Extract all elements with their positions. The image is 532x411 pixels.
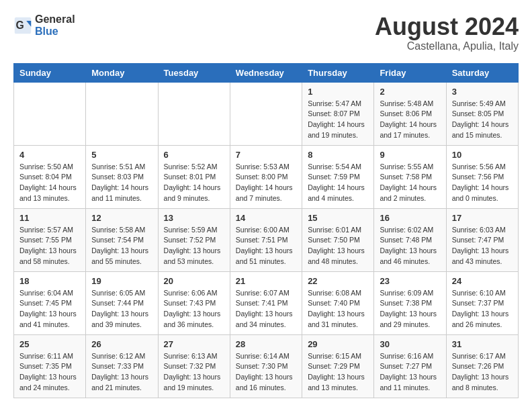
day-number: 4 <box>19 150 80 160</box>
calendar-cell: 19 Sunrise: 6:05 AMSunset: 7:44 PMDaylig… <box>86 271 158 334</box>
logo-icon: G <box>13 16 32 35</box>
day-info: Sunrise: 6:13 AMSunset: 7:32 PMDaylight:… <box>164 351 224 394</box>
calendar-cell: 30 Sunrise: 6:16 AMSunset: 7:27 PMDaylig… <box>374 334 446 398</box>
day-header-sunday: Sunday <box>14 63 86 82</box>
day-info: Sunrise: 5:54 AMSunset: 7:59 PMDaylight:… <box>308 162 368 204</box>
day-number: 28 <box>236 339 296 349</box>
day-number: 16 <box>380 213 440 223</box>
logo-general: General <box>35 13 75 25</box>
day-number: 19 <box>91 276 152 286</box>
calendar-cell: 3 Sunrise: 5:49 AMSunset: 8:05 PMDayligh… <box>446 82 518 145</box>
day-number: 22 <box>308 276 368 286</box>
day-number: 18 <box>19 276 80 286</box>
calendar-cell: 27 Sunrise: 6:13 AMSunset: 7:32 PMDaylig… <box>158 334 230 398</box>
calendar-cell: 22 Sunrise: 6:08 AMSunset: 7:40 PMDaylig… <box>302 271 374 334</box>
calendar-table: SundayMondayTuesdayWednesdayThursdayFrid… <box>13 63 519 398</box>
day-number: 14 <box>236 213 296 223</box>
day-info: Sunrise: 5:56 AMSunset: 7:56 PMDaylight:… <box>452 162 513 204</box>
day-info: Sunrise: 6:06 AMSunset: 7:43 PMDaylight:… <box>164 288 224 330</box>
day-info: Sunrise: 6:00 AMSunset: 7:51 PMDaylight:… <box>236 225 296 267</box>
calendar-cell: 14 Sunrise: 6:00 AMSunset: 7:51 PMDaylig… <box>230 208 302 271</box>
day-info: Sunrise: 6:09 AMSunset: 7:38 PMDaylight:… <box>380 288 440 330</box>
calendar-week-row: 25 Sunrise: 6:11 AMSunset: 7:35 PMDaylig… <box>14 334 519 398</box>
day-info: Sunrise: 6:02 AMSunset: 7:48 PMDaylight:… <box>380 225 440 267</box>
day-header-friday: Friday <box>374 63 446 82</box>
day-info: Sunrise: 6:11 AMSunset: 7:35 PMDaylight:… <box>19 351 80 394</box>
calendar-cell: 29 Sunrise: 6:15 AMSunset: 7:29 PMDaylig… <box>302 334 374 398</box>
day-info: Sunrise: 6:04 AMSunset: 7:45 PMDaylight:… <box>19 288 80 330</box>
day-number: 11 <box>19 213 80 223</box>
day-info: Sunrise: 5:50 AMSunset: 8:04 PMDaylight:… <box>19 162 80 204</box>
day-header-tuesday: Tuesday <box>158 63 230 82</box>
calendar-cell: 8 Sunrise: 5:54 AMSunset: 7:59 PMDayligh… <box>302 145 374 208</box>
calendar-cell: 13 Sunrise: 5:59 AMSunset: 7:52 PMDaylig… <box>158 208 230 271</box>
day-info: Sunrise: 6:05 AMSunset: 7:44 PMDaylight:… <box>91 288 152 330</box>
subtitle: Castellana, Apulia, Italy <box>375 40 519 52</box>
calendar-week-row: 18 Sunrise: 6:04 AMSunset: 7:45 PMDaylig… <box>14 271 519 334</box>
page-header: G General Blue August 2024 Castellana, A… <box>13 13 519 52</box>
day-number: 27 <box>164 339 224 349</box>
calendar-cell: 2 Sunrise: 5:48 AMSunset: 8:06 PMDayligh… <box>374 82 446 145</box>
calendar-cell: 18 Sunrise: 6:04 AMSunset: 7:45 PMDaylig… <box>14 271 86 334</box>
calendar-cell: 11 Sunrise: 5:57 AMSunset: 7:55 PMDaylig… <box>14 208 86 271</box>
logo-blue: Blue <box>35 26 58 37</box>
day-info: Sunrise: 5:57 AMSunset: 7:55 PMDaylight:… <box>19 225 80 267</box>
day-info: Sunrise: 6:03 AMSunset: 7:47 PMDaylight:… <box>452 225 513 267</box>
day-number: 13 <box>164 213 224 223</box>
calendar-cell: 10 Sunrise: 5:56 AMSunset: 7:56 PMDaylig… <box>446 145 518 208</box>
day-number: 25 <box>19 339 80 349</box>
day-number: 5 <box>91 150 152 160</box>
day-info: Sunrise: 5:48 AMSunset: 8:06 PMDaylight:… <box>380 99 440 141</box>
day-number: 6 <box>164 150 224 160</box>
day-header-wednesday: Wednesday <box>230 63 302 82</box>
calendar-cell <box>230 82 302 145</box>
day-info: Sunrise: 6:14 AMSunset: 7:30 PMDaylight:… <box>236 351 296 394</box>
day-info: Sunrise: 6:15 AMSunset: 7:29 PMDaylight:… <box>308 351 368 394</box>
day-number: 20 <box>164 276 224 286</box>
day-number: 10 <box>452 150 513 160</box>
day-info: Sunrise: 6:10 AMSunset: 7:37 PMDaylight:… <box>452 288 513 330</box>
day-number: 15 <box>308 213 368 223</box>
calendar-cell: 25 Sunrise: 6:11 AMSunset: 7:35 PMDaylig… <box>14 334 86 398</box>
day-header-thursday: Thursday <box>302 63 374 82</box>
day-number: 12 <box>91 213 152 223</box>
logo: G General Blue <box>13 13 75 38</box>
day-header-monday: Monday <box>86 63 158 82</box>
calendar-cell <box>14 82 86 145</box>
day-info: Sunrise: 5:59 AMSunset: 7:52 PMDaylight:… <box>164 225 224 267</box>
day-number: 7 <box>236 150 296 160</box>
day-number: 26 <box>91 339 152 349</box>
day-info: Sunrise: 5:53 AMSunset: 8:00 PMDaylight:… <box>236 162 296 204</box>
calendar-cell: 17 Sunrise: 6:03 AMSunset: 7:47 PMDaylig… <box>446 208 518 271</box>
calendar-cell: 6 Sunrise: 5:52 AMSunset: 8:01 PMDayligh… <box>158 145 230 208</box>
calendar-cell: 28 Sunrise: 6:14 AMSunset: 7:30 PMDaylig… <box>230 334 302 398</box>
title-block: August 2024 Castellana, Apulia, Italy <box>375 13 519 52</box>
calendar-cell: 26 Sunrise: 6:12 AMSunset: 7:33 PMDaylig… <box>86 334 158 398</box>
day-number: 23 <box>380 276 440 286</box>
calendar-week-row: 4 Sunrise: 5:50 AMSunset: 8:04 PMDayligh… <box>14 145 519 208</box>
day-number: 2 <box>380 87 440 97</box>
day-info: Sunrise: 6:12 AMSunset: 7:33 PMDaylight:… <box>91 351 152 394</box>
day-info: Sunrise: 6:01 AMSunset: 7:50 PMDaylight:… <box>308 225 368 267</box>
calendar-cell: 4 Sunrise: 5:50 AMSunset: 8:04 PMDayligh… <box>14 145 86 208</box>
day-number: 17 <box>452 213 513 223</box>
day-number: 29 <box>308 339 368 349</box>
calendar-cell: 7 Sunrise: 5:53 AMSunset: 8:00 PMDayligh… <box>230 145 302 208</box>
day-info: Sunrise: 5:52 AMSunset: 8:01 PMDaylight:… <box>164 162 224 204</box>
calendar-week-row: 1 Sunrise: 5:47 AMSunset: 8:07 PMDayligh… <box>14 82 519 145</box>
day-number: 30 <box>380 339 440 349</box>
calendar-cell: 9 Sunrise: 5:55 AMSunset: 7:58 PMDayligh… <box>374 145 446 208</box>
svg-text:G: G <box>16 19 24 31</box>
calendar-cell: 20 Sunrise: 6:06 AMSunset: 7:43 PMDaylig… <box>158 271 230 334</box>
calendar-cell: 16 Sunrise: 6:02 AMSunset: 7:48 PMDaylig… <box>374 208 446 271</box>
calendar-cell <box>158 82 230 145</box>
day-info: Sunrise: 5:55 AMSunset: 7:58 PMDaylight:… <box>380 162 440 204</box>
day-info: Sunrise: 5:49 AMSunset: 8:05 PMDaylight:… <box>452 99 513 141</box>
day-number: 21 <box>236 276 296 286</box>
calendar-cell: 31 Sunrise: 6:17 AMSunset: 7:26 PMDaylig… <box>446 334 518 398</box>
day-number: 9 <box>380 150 440 160</box>
calendar-cell: 21 Sunrise: 6:07 AMSunset: 7:41 PMDaylig… <box>230 271 302 334</box>
calendar-week-row: 11 Sunrise: 5:57 AMSunset: 7:55 PMDaylig… <box>14 208 519 271</box>
calendar-cell: 12 Sunrise: 5:58 AMSunset: 7:54 PMDaylig… <box>86 208 158 271</box>
calendar-cell: 5 Sunrise: 5:51 AMSunset: 8:03 PMDayligh… <box>86 145 158 208</box>
